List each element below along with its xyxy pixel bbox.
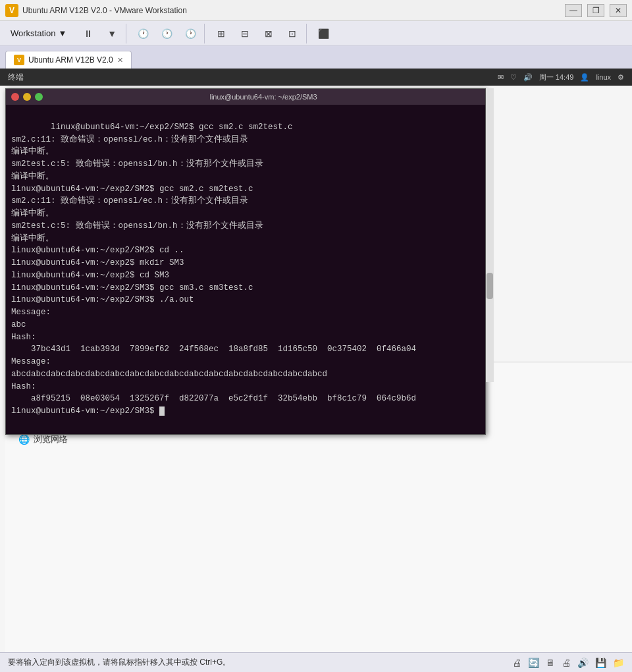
terminal-close-button[interactable] bbox=[11, 93, 19, 101]
menu-bar: Workstation ▼ ⏸ ▼ 🕐 🕐 🕐 ⊞ ⊟ ⊠ ⊡ ⬛ bbox=[0, 21, 632, 46]
terminal-titlebar: linux@ubuntu64-vm: ~/exp2/SM3 bbox=[6, 89, 485, 105]
tab-close-button[interactable]: ✕ bbox=[117, 56, 123, 65]
snapshot3-button[interactable]: 🕐 bbox=[179, 24, 201, 43]
terminal-cursor bbox=[159, 406, 165, 416]
fm-browse-network-icon: 🌐 bbox=[18, 434, 30, 445]
datetime-display: 周一 14:49 bbox=[539, 72, 574, 82]
tab-bar: V Ubuntu ARM V12B V2.0 ✕ bbox=[0, 46, 632, 69]
terminal-maximize-button[interactable] bbox=[35, 93, 43, 101]
view2-button[interactable]: ⊟ bbox=[234, 24, 256, 43]
user-icon: 👤 bbox=[580, 73, 589, 82]
restore-button[interactable]: ❐ bbox=[587, 4, 604, 17]
status-refresh-icon[interactable]: 🔄 bbox=[528, 658, 539, 668]
fm-browse-network-label: 浏览网络 bbox=[34, 434, 68, 445]
toolbar-group-pause: ⏸ ▼ bbox=[74, 24, 126, 43]
status-text: 要将输入定向到该虚拟机，请将鼠标指针移入其中或按 Ctrl+G。 bbox=[8, 657, 507, 668]
terminal-body[interactable]: linux@ubuntu64-vm:~/exp2/SM2$ gcc sm2.c … bbox=[6, 105, 485, 434]
terminal-scrollbar-thumb[interactable] bbox=[487, 273, 493, 299]
status-network-icon[interactable]: 🖥 bbox=[546, 658, 555, 668]
status-bar: 要将输入定向到该虚拟机，请将鼠标指针移入其中或按 Ctrl+G。 🖨 🔄 🖥 🖨… bbox=[0, 652, 632, 672]
app-icon: V bbox=[5, 4, 18, 17]
status-print-icon[interactable]: 🖨 bbox=[512, 658, 521, 668]
main-area: 终端 ✉ ♡ 🔊 周一 14:49 👤 linux ⚙ linux@ubuntu… bbox=[0, 69, 632, 652]
ubuntu-topbar: 终端 ✉ ♡ 🔊 周一 14:49 👤 linux ⚙ bbox=[0, 69, 632, 86]
view4-button[interactable]: ⊡ bbox=[281, 24, 303, 43]
status-printer2-icon[interactable]: 🖨 bbox=[562, 658, 571, 668]
status-audio-icon[interactable]: 🔊 bbox=[577, 658, 589, 668]
desktop-area: 终端 ✉ ♡ 🔊 周一 14:49 👤 linux ⚙ linux@ubuntu… bbox=[0, 69, 632, 652]
status-folder-icon[interactable]: 📁 bbox=[613, 658, 624, 668]
notification-icon: ✉ bbox=[498, 73, 504, 82]
tab-vm-icon: V bbox=[14, 55, 24, 65]
status-icons: 🖨 🔄 🖥 🖨 🔊 💾 📁 bbox=[512, 658, 624, 668]
close-button[interactable]: ✕ bbox=[610, 4, 627, 17]
terminal-label: 终端 bbox=[8, 72, 24, 83]
snapshot-history-button[interactable]: 🕐 bbox=[132, 24, 154, 43]
title-bar: V Ubuntu ARM V12B V2.0 - VMware Workstat… bbox=[0, 0, 632, 21]
wifi-icon: ♡ bbox=[510, 73, 517, 82]
title-controls: — ❐ ✕ bbox=[565, 4, 627, 17]
minimize-button[interactable]: — bbox=[565, 4, 582, 17]
snapshot2-button[interactable]: 🕐 bbox=[155, 24, 178, 43]
ubuntu-topbar-right: ✉ ♡ 🔊 周一 14:49 👤 linux ⚙ bbox=[498, 72, 624, 82]
settings-gear-icon[interactable]: ⚙ bbox=[618, 73, 624, 82]
volume-icon: 🔊 bbox=[523, 73, 533, 82]
pause-dropdown[interactable]: ▼ bbox=[101, 24, 123, 43]
vm-tab[interactable]: V Ubuntu ARM V12B V2.0 ✕ bbox=[5, 51, 132, 69]
workstation-dropdown-icon: ▼ bbox=[58, 28, 66, 38]
fullscreen-button[interactable]: ⬛ bbox=[312, 24, 334, 43]
toolbar-group-history: 🕐 🕐 🕐 bbox=[129, 24, 205, 43]
workstation-menu[interactable]: Workstation ▼ bbox=[5, 26, 72, 41]
toolbar-group-view: ⊞ ⊟ ⊠ ⊡ bbox=[207, 24, 307, 43]
toolbar-group-display: ⬛ bbox=[309, 24, 337, 43]
terminal-scrollbar[interactable] bbox=[486, 88, 494, 382]
workstation-label: Workstation bbox=[11, 28, 55, 38]
terminal-title: linux@ubuntu64-vm: ~/exp2/SM3 bbox=[47, 93, 480, 101]
username-display: linux bbox=[596, 73, 611, 81]
pause-button[interactable]: ⏸ bbox=[77, 24, 99, 43]
status-usb-icon[interactable]: 💾 bbox=[595, 658, 606, 668]
title-text: Ubuntu ARM V12B V2.0 - VMware Workstatio… bbox=[22, 6, 565, 15]
tab-label: Ubuntu ARM V12B V2.0 bbox=[28, 55, 113, 65]
terminal-minimize-button[interactable] bbox=[23, 93, 31, 101]
view1-button[interactable]: ⊞ bbox=[210, 24, 232, 43]
terminal-window: linux@ubuntu64-vm: ~/exp2/SM3 linux@ubun… bbox=[5, 88, 486, 435]
view3-button[interactable]: ⊠ bbox=[257, 24, 280, 43]
ubuntu-topbar-left: 终端 bbox=[8, 72, 492, 83]
terminal-line-1: linux@ubuntu64-vm:~/exp2/SM2$ gcc sm2.c … bbox=[11, 123, 416, 416]
